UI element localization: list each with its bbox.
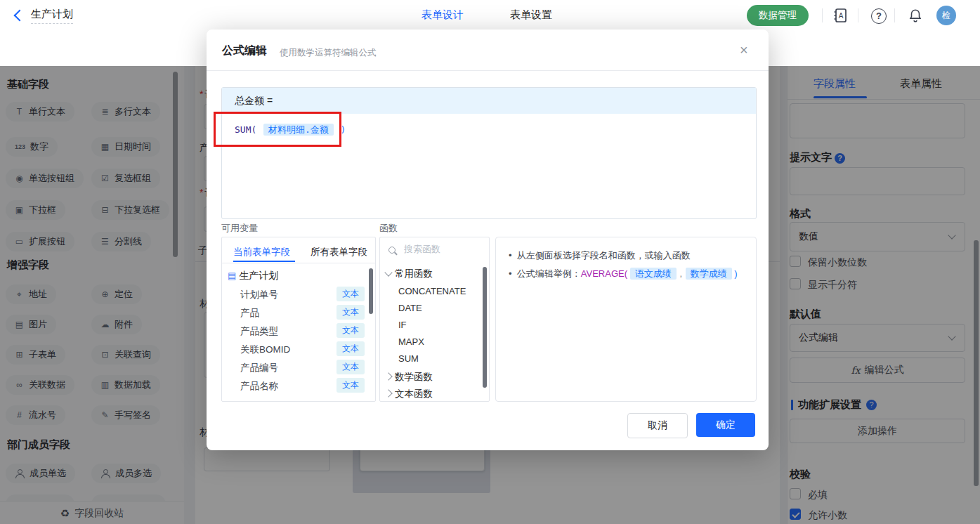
group-label: 常用函数 [395, 268, 433, 279]
variable-row[interactable]: 产品 [240, 307, 259, 320]
formula-editor[interactable]: 总金额 = SUM( 材料明细.金额 ) [221, 87, 757, 219]
divider [222, 263, 375, 263]
formula-help-panel: • 从左侧面板选择字段名和函数，或输入函数 • 公式编辑举例：AVERAGE( … [495, 237, 757, 402]
root-label: 生产计划 [239, 270, 278, 281]
top-navbar: 生产计划 表单设计 表单设置 数据管理 A ? 检 [0, 0, 980, 31]
average-function-token: AVERAGE( [581, 268, 627, 279]
group-label: 数学函数 [395, 372, 433, 382]
variables-panel: 当前表单字段 所有表单字段 ▤ 生产计划 计划单号 文本 产品 文本 产品类型 … [221, 237, 376, 402]
function-item[interactable]: SUM [398, 353, 419, 364]
variable-row[interactable]: 产品名称 [240, 380, 278, 393]
form-doc-icon: ▤ [228, 270, 236, 281]
back-icon[interactable] [14, 10, 26, 22]
variable-row[interactable]: 计划单号 [240, 289, 278, 301]
type-badge: 文本 [337, 360, 365, 374]
tab-current-form-fields[interactable]: 当前表单字段 [233, 246, 290, 258]
example-chip: 语文成绩 [630, 268, 677, 280]
confirm-button[interactable]: 确定 [696, 413, 755, 437]
formula-edit-modal: 公式编辑 使用数学运算符编辑公式 × 总金额 = SUM( 材料明细.金额 ) … [207, 30, 769, 450]
function-group-math[interactable]: 数学函数 [386, 371, 433, 384]
function-item[interactable]: MAPX [398, 336, 424, 347]
close-icon[interactable]: × [740, 43, 748, 57]
divider [207, 70, 769, 71]
search-icon [388, 246, 398, 256]
chevron-down-icon [384, 268, 392, 276]
functions-label: 函数 [379, 222, 398, 235]
variable-row[interactable]: 产品编号 [240, 362, 278, 374]
app-root: 生产计划 表单设计 表单设置 数据管理 A ? 检 ⊘ 表单外链 ≈ 后端脚本 … [0, 0, 980, 524]
variables-scrollbar[interactable] [369, 268, 373, 314]
functions-scrollbar[interactable] [483, 267, 487, 388]
example-chip: 数学成绩 [686, 268, 732, 280]
variable-row[interactable]: 关联BOMID [240, 343, 290, 356]
function-item[interactable]: CONCATENATE [398, 286, 466, 296]
function-group-text[interactable]: 文本函数 [386, 388, 433, 400]
help-text: 从左侧面板选择字段名和函数，或输入函数 [517, 250, 691, 261]
avatar[interactable]: 检 [936, 6, 956, 25]
chevron-right-icon [384, 372, 392, 380]
search-functions-input[interactable] [403, 243, 476, 255]
type-badge: 文本 [337, 287, 365, 301]
function-group-common[interactable]: 常用函数 [386, 268, 433, 280]
divider [822, 8, 823, 22]
annotation-box [214, 112, 341, 147]
chevron-right-icon [384, 389, 392, 397]
cancel-button[interactable]: 取消 [627, 413, 688, 438]
help-line-1: • 从左侧面板选择字段名和函数，或输入函数 [509, 249, 691, 262]
help-text: 公式编辑举例： [517, 268, 581, 279]
bell-icon[interactable] [908, 7, 923, 27]
type-badge: 文本 [337, 323, 365, 338]
functions-panel: 常用函数 CONCATENATE DATE IF MAPX SUM 数学函数 文… [379, 237, 490, 402]
help-icon[interactable]: ? [871, 8, 887, 24]
variables-label: 可用变量 [221, 222, 258, 235]
function-item[interactable]: DATE [398, 303, 422, 313]
help-line-2: • 公式编辑举例：AVERAGE( 语文成绩，数学成绩 ) [509, 268, 738, 280]
modal-subtitle: 使用数学运算符编辑公式 [280, 47, 377, 59]
tree-root[interactable]: ▤ 生产计划 [228, 270, 278, 282]
variable-row[interactable]: 产品类型 [240, 325, 278, 338]
type-badge: 文本 [337, 378, 365, 393]
divider [894, 8, 895, 22]
data-manage-button[interactable]: 数据管理 [747, 5, 809, 26]
svg-text:A: A [839, 12, 844, 20]
close-paren: ) [734, 268, 737, 279]
type-badge: 文本 [337, 341, 365, 356]
function-item[interactable]: IF [398, 320, 407, 330]
contacts-icon[interactable]: A [832, 7, 849, 27]
tab-form-design[interactable]: 表单设计 [422, 8, 464, 22]
tab-form-settings[interactable]: 表单设置 [510, 8, 552, 22]
formula-result-label: 总金额 = [235, 95, 273, 107]
formula-result-row: 总金额 = [222, 88, 756, 114]
tab-all-form-fields[interactable]: 所有表单字段 [311, 246, 367, 258]
divider [858, 8, 858, 22]
comma: ， [677, 268, 686, 279]
type-badge: 文本 [337, 305, 365, 320]
page-title[interactable]: 生产计划 [31, 8, 73, 24]
group-label: 文本函数 [395, 388, 433, 399]
modal-title: 公式编辑 [222, 44, 267, 58]
active-tab-underline [233, 261, 295, 262]
